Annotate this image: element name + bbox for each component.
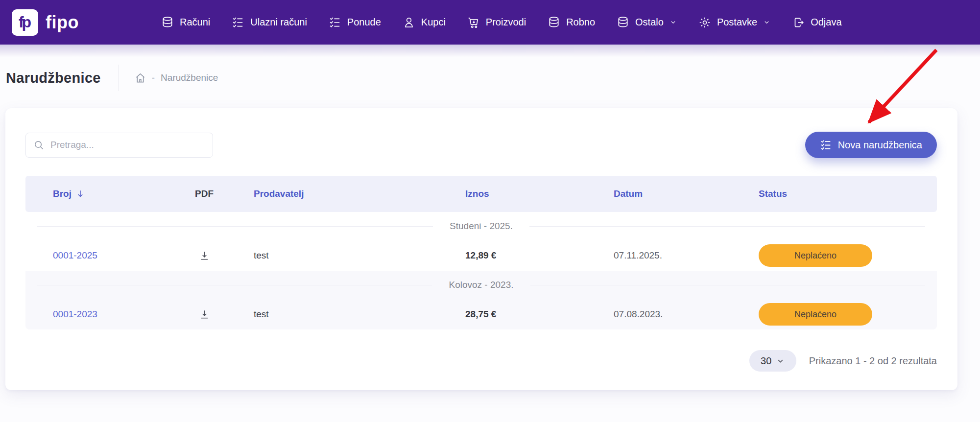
coins-icon <box>161 16 174 29</box>
page-size-select[interactable]: 30 <box>749 350 796 372</box>
table-header-row: Broj PDF Prodavatelj Iznos Datum Status <box>25 176 937 212</box>
navbar-shadow <box>0 45 980 57</box>
column-header-label: PDF <box>195 188 214 199</box>
group-divider-line <box>37 226 433 227</box>
group-label: Studeni - 2025. <box>450 221 513 232</box>
home-icon[interactable] <box>135 72 146 84</box>
group-header-row: Studeni - 2025. <box>25 212 937 240</box>
status-cell: Neplaćeno <box>755 244 937 267</box>
amount-cell: 28,75 € <box>452 309 608 320</box>
nav-item-kupci[interactable]: Kupci <box>403 16 446 29</box>
column-header-prodavatelj[interactable]: Prodavatelj <box>241 188 452 199</box>
top-navbar: fp fipo Računi Ulazni računi Ponude Kupc… <box>0 0 980 45</box>
nav-item-racuni[interactable]: Računi <box>161 16 210 29</box>
page-size-value: 30 <box>761 355 771 367</box>
nav-item-label: Odjava <box>811 17 841 28</box>
column-header-status[interactable]: Status <box>755 188 937 199</box>
logo-mark: fp <box>12 9 38 36</box>
logo[interactable]: fp fipo <box>12 9 79 36</box>
amount-cell: 12,89 € <box>452 250 608 261</box>
nav-item-label: Računi <box>180 17 210 28</box>
column-header-pdf: PDF <box>195 188 214 199</box>
new-order-button[interactable]: Nova narudžbenica <box>805 132 937 158</box>
download-pdf-icon[interactable] <box>199 250 210 261</box>
checklist-icon <box>820 139 832 151</box>
order-number-link[interactable]: 0001-2023 <box>25 309 167 320</box>
group-label: Kolovoz - 2023. <box>449 280 513 290</box>
breadcrumb: - Narudžbenice <box>135 72 218 84</box>
search-wrap <box>25 133 213 158</box>
column-header-label: Broj <box>53 188 72 199</box>
nav-item-ponude[interactable]: Ponude <box>329 16 381 29</box>
header-divider <box>119 65 119 91</box>
nav-item-label: Ponude <box>347 17 381 28</box>
column-header-label: Iznos <box>465 188 489 199</box>
new-order-button-label: Nova narudžbenica <box>838 140 922 151</box>
person-icon <box>403 16 415 29</box>
nav-item-label: Ostalo <box>635 17 664 28</box>
nav-item-ostalo[interactable]: Ostalo <box>617 16 677 29</box>
breadcrumb-separator: - <box>152 72 155 83</box>
results-summary: Prikazano 1 - 2 od 2 rezultata <box>809 355 937 367</box>
seller-cell: test <box>241 250 452 261</box>
main-nav: Računi Ulazni računi Ponude Kupci Proizv… <box>161 16 842 29</box>
toolbar: Nova narudžbenica <box>25 132 937 158</box>
breadcrumb-current: Narudžbenice <box>161 72 218 83</box>
chevron-down-icon <box>669 19 677 26</box>
page-title: Narudžbenice <box>6 70 101 86</box>
nav-item-robno[interactable]: Robno <box>548 16 595 29</box>
search-input[interactable] <box>25 133 213 158</box>
nav-item-label: Ulazni računi <box>250 17 307 28</box>
download-pdf-icon[interactable] <box>199 309 210 320</box>
nav-item-label: Postavke <box>717 17 757 28</box>
nav-item-odjava[interactable]: Odjava <box>792 16 841 29</box>
pagination: 30 Prikazano 1 - 2 od 2 rezultata <box>25 350 937 372</box>
column-header-label: Status <box>759 188 787 199</box>
table-group-kolovoz-2023: Kolovoz - 2023. 0001-2023 test 28,75 € 0… <box>25 271 937 329</box>
nav-item-proizvodi[interactable]: Proizvodi <box>467 16 526 29</box>
logo-monogram: fp <box>19 13 29 31</box>
nav-item-postavke[interactable]: Postavke <box>698 16 770 29</box>
group-divider-line <box>529 226 925 227</box>
nav-item-label: Proizvodi <box>486 17 526 28</box>
group-header-row: Kolovoz - 2023. <box>25 271 937 299</box>
coins-icon <box>548 16 560 29</box>
chevron-down-icon <box>763 19 770 26</box>
logout-icon <box>792 16 805 29</box>
date-cell: 07.08.2023. <box>608 309 755 320</box>
orders-card: Nova narudžbenica Broj PDF Prodavatelj I… <box>5 108 957 390</box>
page-header: Narudžbenice - Narudžbenice <box>0 57 980 95</box>
column-header-label: Datum <box>614 188 643 199</box>
orders-table: Broj PDF Prodavatelj Iznos Datum Status <box>25 176 937 329</box>
group-divider-line <box>530 285 925 285</box>
column-header-label: Prodavatelj <box>254 188 304 199</box>
date-cell: 07.11.2025. <box>608 250 755 261</box>
status-cell: Neplaćeno <box>755 303 937 326</box>
gear-icon <box>698 16 711 29</box>
nav-item-label: Robno <box>566 17 595 28</box>
status-badge: Neplaćeno <box>759 303 872 326</box>
table-row: 0001-2023 test 28,75 € 07.08.2023. Nepla… <box>25 299 937 329</box>
nav-item-label: Kupci <box>421 17 446 28</box>
table-row: 0001-2025 test 12,89 € 07.11.2025. Nepla… <box>25 240 937 271</box>
seller-cell: test <box>241 309 452 320</box>
chevron-down-icon <box>776 357 785 365</box>
coins-icon <box>617 16 629 29</box>
cart-icon <box>467 16 480 29</box>
checklist-icon <box>329 16 341 29</box>
nav-item-ulazni-racuni[interactable]: Ulazni računi <box>232 16 307 29</box>
column-header-iznos[interactable]: Iznos <box>452 188 608 199</box>
sort-desc-icon <box>75 189 85 199</box>
status-badge: Neplaćeno <box>759 244 872 267</box>
group-divider-line <box>37 285 432 285</box>
logo-text: fipo <box>46 12 79 33</box>
order-number-link[interactable]: 0001-2025 <box>25 250 167 261</box>
column-header-broj[interactable]: Broj <box>25 188 167 199</box>
checklist-icon <box>232 16 244 29</box>
column-header-datum[interactable]: Datum <box>608 188 755 199</box>
table-group-studeni-2025: Studeni - 2025. 0001-2025 test 12,89 € 0… <box>25 212 937 271</box>
